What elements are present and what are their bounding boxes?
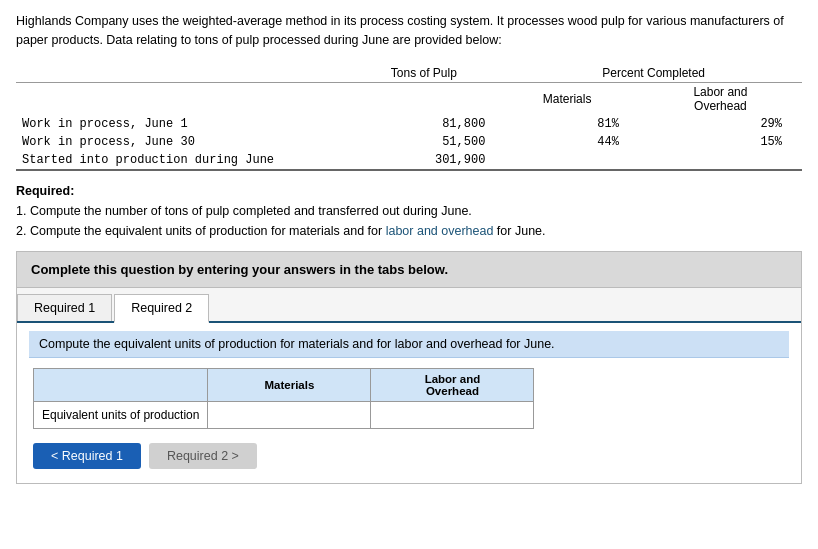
- row1-materials: 81%: [505, 115, 638, 133]
- required-item-1: 1. Compute the number of tons of pulp co…: [16, 201, 802, 221]
- required-section: Required: 1. Compute the number of tons …: [16, 181, 802, 241]
- materials-input[interactable]: [208, 402, 370, 428]
- required-item-2: 2. Compute the equivalent units of produ…: [16, 221, 802, 241]
- tabs-row: Required 1 Required 2: [17, 288, 801, 323]
- tabs-container: Required 1 Required 2 Compute the equiva…: [16, 288, 802, 484]
- tab2-content: Compute the equivalent units of producti…: [17, 323, 801, 483]
- nav-buttons: < Required 1 Required 2 >: [29, 439, 789, 475]
- col-labor-header: Labor andOverhead: [371, 368, 534, 401]
- row2-tons: 51,500: [342, 133, 505, 151]
- tab-instruction: Compute the equivalent units of producti…: [29, 331, 789, 358]
- intro-text: Highlands Company uses the weighted-aver…: [16, 12, 802, 50]
- tab-required1[interactable]: Required 1: [17, 294, 112, 321]
- row3-label: Started into production during June: [16, 151, 342, 170]
- row3-tons: 301,900: [342, 151, 505, 170]
- row1-tons: 81,800: [342, 115, 505, 133]
- row1-label: Work in process, June 1: [16, 115, 342, 133]
- labor-input-cell[interactable]: [371, 401, 534, 428]
- row2-label: Work in process, June 30: [16, 133, 342, 151]
- row2-materials: 44%: [505, 133, 638, 151]
- table-row: Equivalent units of production: [34, 401, 534, 428]
- tab-required2[interactable]: Required 2: [114, 294, 209, 323]
- prev-button[interactable]: < Required 1: [33, 443, 141, 469]
- next-button[interactable]: Required 2 >: [149, 443, 257, 469]
- data-table: Tons of Pulp Percent Completed Materials…: [16, 64, 802, 171]
- tons-col-header: Tons of Pulp: [342, 64, 505, 83]
- answer-table: Materials Labor andOverhead Equivalent u…: [33, 368, 534, 429]
- row2-labor: 15%: [639, 133, 802, 151]
- col-label-header: [34, 368, 208, 401]
- materials-input-cell[interactable]: [208, 401, 371, 428]
- row-label: Equivalent units of production: [34, 401, 208, 428]
- required-title: Required:: [16, 184, 74, 198]
- labor-col-header: Labor andOverhead: [639, 82, 802, 115]
- col-materials-header: Materials: [208, 368, 371, 401]
- labor-input[interactable]: [371, 402, 533, 428]
- row1-labor: 29%: [639, 115, 802, 133]
- percent-completed-header: Percent Completed: [505, 64, 802, 83]
- complete-banner: Complete this question by entering your …: [16, 251, 802, 288]
- materials-col-header: Materials: [505, 82, 638, 115]
